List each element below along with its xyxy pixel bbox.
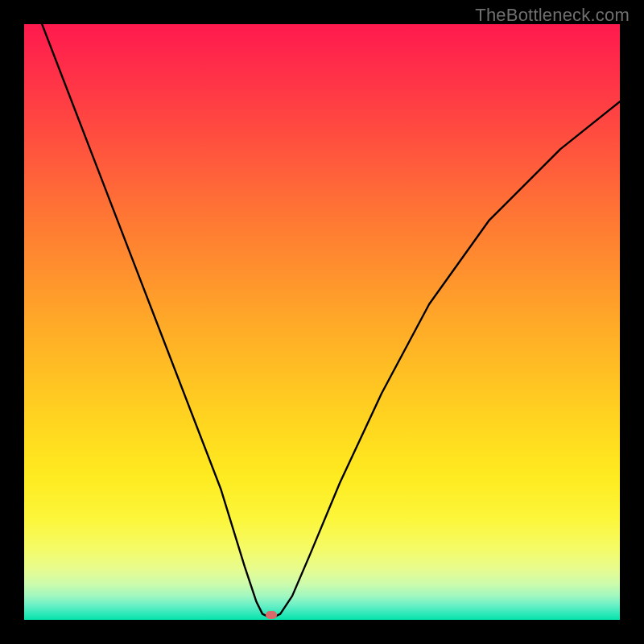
optimal-point-marker (266, 611, 277, 619)
plot-area (24, 24, 620, 620)
bottleneck-curve (24, 24, 620, 620)
watermark-text: TheBottleneck.com (475, 5, 630, 26)
